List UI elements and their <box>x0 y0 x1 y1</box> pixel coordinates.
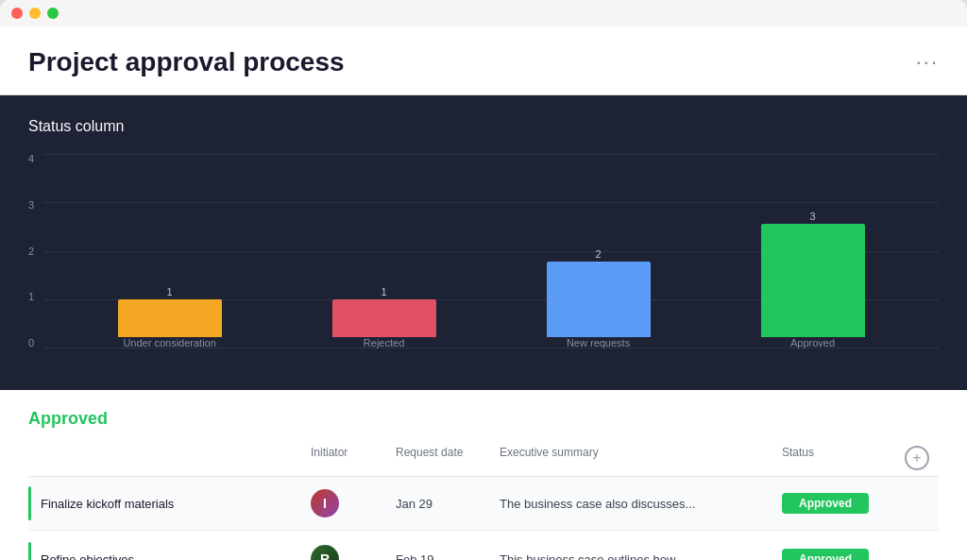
row-2-status-badge: Approved <box>782 549 869 560</box>
bar-approved: 3 Approved <box>761 211 865 348</box>
chart-area: 0 1 2 3 4 1 <box>28 154 939 371</box>
row-2-status: Approved <box>782 549 905 560</box>
bar-value-rejected: 1 <box>382 286 387 297</box>
row-2-avatar: R <box>311 545 339 560</box>
bar-rejected: 1 Rejected <box>332 286 436 348</box>
chart-title: Status column <box>28 118 939 135</box>
chart-section: Status column 0 1 2 3 4 <box>0 95 967 390</box>
bar-under-consideration: 1 Under consideration <box>118 286 222 348</box>
row-2-summary: This business case outlines how... <box>500 552 782 561</box>
bar-value-approved: 3 <box>809 211 815 222</box>
col-header-summary: Executive summary <box>500 446 782 470</box>
add-row-button[interactable]: + <box>905 446 929 470</box>
row-1-status-badge: Approved <box>782 493 869 514</box>
app-window: Project approval process ··· Status colu… <box>0 0 967 560</box>
row-1-initiator: I <box>311 489 396 518</box>
chart-grid-bars: 1 Under consideration 1 Rejected 2 <box>43 154 939 371</box>
row-2-indicator <box>28 542 31 560</box>
y-label-4: 4 <box>28 154 34 164</box>
y-label-1: 1 <box>28 292 34 302</box>
row-1-summary: The business case also discusses... <box>500 497 782 511</box>
page-header: Project approval process ··· <box>0 26 967 94</box>
bar-value-under-consideration: 1 <box>167 286 173 297</box>
row-2-initiator: R <box>311 545 396 560</box>
col-header-initiator: Initiator <box>311 446 396 470</box>
bar-value-new-requests: 2 <box>595 248 601 260</box>
row-2-title: Refine objectives <box>28 542 311 560</box>
row-1-status: Approved <box>782 493 905 514</box>
col-header-request-date: Request date <box>396 446 500 470</box>
y-label-0: 0 <box>28 338 34 348</box>
col-header-status: Status <box>782 446 905 470</box>
chart-y-labels: 0 1 2 3 4 <box>28 154 34 371</box>
bar-label-under-consideration: Under consideration <box>118 337 222 348</box>
bar-label-new-requests: New requests <box>547 337 651 348</box>
page-title: Project approval process <box>28 47 345 77</box>
col-header-add: + <box>905 446 939 470</box>
titlebar <box>0 0 967 26</box>
bar-label-approved: Approved <box>761 337 865 348</box>
row-1-avatar: I <box>311 489 339 518</box>
more-options-button[interactable]: ··· <box>916 52 939 73</box>
bars-container: 1 Under consideration 1 Rejected 2 <box>43 154 939 348</box>
row-1-title: Finalize kickoff materials <box>28 486 311 520</box>
row-1-indicator <box>28 486 31 520</box>
table-row: Finalize kickoff materials I Jan 29 The … <box>28 477 939 531</box>
table-heading: Approved <box>28 409 939 429</box>
maximize-btn[interactable] <box>47 8 59 19</box>
bar-label-rejected: Rejected <box>332 337 436 348</box>
table-row: Refine objectives R Feb 19 This business… <box>28 533 939 560</box>
minimize-btn[interactable] <box>29 8 41 19</box>
table-section: Approved Initiator Request date Executiv… <box>0 390 967 560</box>
y-label-2: 2 <box>28 246 34 257</box>
row-1-date: Jan 29 <box>396 497 500 511</box>
bar-new-requests: 2 New requests <box>547 248 651 348</box>
y-label-3: 3 <box>28 200 34 211</box>
row-2-date: Feb 19 <box>396 552 500 561</box>
table-header: Initiator Request date Executive summary… <box>28 440 939 477</box>
close-btn[interactable] <box>11 8 23 19</box>
col-header-title <box>28 446 311 470</box>
